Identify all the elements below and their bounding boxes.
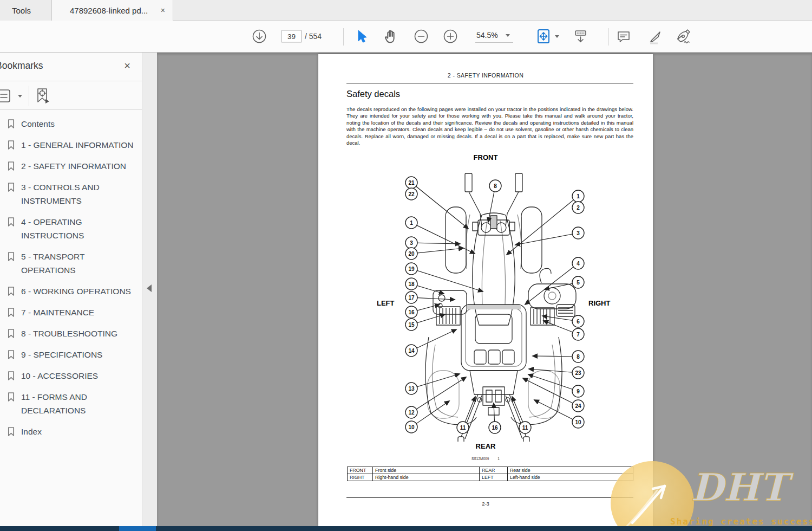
leader-line	[507, 196, 578, 255]
callout-number: 16	[492, 425, 498, 431]
callout-number: 10	[408, 424, 415, 430]
bookmarks-title: Bookmarks	[0, 60, 43, 72]
hand-icon	[383, 28, 400, 44]
taskbar	[0, 526, 812, 531]
zoom-level-dropdown[interactable]: 54.5%	[475, 30, 513, 43]
taskbar-highlight[interactable]	[119, 526, 156, 531]
comment-button[interactable]	[615, 28, 632, 45]
cursor-arrow-icon	[353, 28, 370, 44]
bookmark-item-5[interactable]: 4 - OPERATING INSTRUCTIONS	[0, 211, 142, 246]
callout-number: 8	[494, 183, 497, 189]
bookmark-label: 1 - GENERAL INFORMATION	[21, 138, 136, 152]
bookmark-list: Contents1 - GENERAL INFORMATION2 - SAFET…	[0, 113, 142, 442]
callout-number: 16	[408, 309, 415, 315]
plus-circle-icon	[442, 28, 459, 44]
page-number-input[interactable]: 39	[281, 30, 302, 43]
footer-rule	[346, 497, 633, 498]
callout-number: 6	[577, 319, 580, 325]
hand-tool-button[interactable]	[383, 28, 400, 44]
callout-number: 14	[408, 348, 415, 354]
section-title: Safety decals	[346, 89, 400, 99]
fit-page-button[interactable]	[535, 28, 559, 45]
bookmark-label: 5 - TRANSPORT OPERATIONS	[21, 250, 136, 277]
right-side-label: RIGHT	[588, 299, 611, 307]
bookmark-label: 10 - ACCESSORIES	[21, 369, 136, 383]
table-cell: FRONT	[348, 467, 373, 474]
table-cell: Front side	[373, 467, 480, 474]
scroll-mode-button[interactable]	[571, 27, 590, 46]
locate-bookmark-icon[interactable]	[32, 86, 52, 106]
bookmark-label: 7 - MAINTENANCE	[21, 306, 136, 319]
bookmark-item-13[interactable]: Index	[0, 421, 142, 442]
tractor-artwork	[425, 173, 576, 442]
callout-number: 3	[577, 230, 580, 236]
leader-line	[534, 400, 578, 422]
bookmarks-header: Bookmarks ×	[0, 53, 142, 81]
callout-number: 9	[577, 388, 580, 394]
document-canvas[interactable]: 2 - SAFETY INFORMATION Safety decals The…	[157, 53, 812, 526]
download-button[interactable]	[251, 28, 267, 44]
bookmark-item-4[interactable]: 3 - CONTROLS AND INSTRUMENTS	[0, 177, 142, 211]
select-tool-button[interactable]	[353, 28, 370, 44]
callout-number: 13	[408, 386, 415, 392]
bookmark-item-9[interactable]: 8 - TROUBLESHOOTING	[0, 323, 142, 344]
tab-tools-label: Tools	[12, 6, 31, 15]
callout-number: 19	[408, 266, 415, 272]
running-header: 2 - SAFETY INFORMATION	[318, 72, 653, 79]
bookmark-label: 2 - SAFETY INFORMATION	[21, 159, 136, 173]
bookmark-item-1[interactable]: Contents	[0, 113, 142, 134]
bookmark-label: Index	[21, 425, 136, 438]
bookmark-item-6[interactable]: 5 - TRANSPORT OPERATIONS	[0, 246, 142, 281]
minus-circle-icon	[413, 28, 429, 44]
bookmark-options-icon[interactable]	[0, 88, 15, 104]
chevron-down-icon	[506, 34, 510, 37]
callout-number: 11	[522, 425, 528, 431]
table-cell: REAR	[480, 467, 508, 474]
table-cell: RIGHT	[348, 474, 373, 481]
bookmark-item-12[interactable]: 11 - FORMS AND DECLARATIONS	[0, 386, 142, 421]
table-row: RIGHTRight-hand sideLEFTLeft-hand side	[348, 474, 633, 481]
bookmark-icon	[7, 182, 15, 192]
table-row: FRONTFront sideREARRear side	[348, 467, 633, 474]
leader-line	[411, 248, 463, 254]
callout-number: 2	[577, 205, 580, 211]
tractor-top-view-diagram: 2122812132031941851716156714823139241210…	[346, 163, 639, 442]
leader-line	[411, 223, 475, 254]
bookmark-item-7[interactable]: 6 - WORKING OPERATIONS	[0, 281, 142, 302]
page-footer-number: 2-3	[318, 501, 653, 507]
tab-close-icon[interactable]: ×	[161, 5, 165, 15]
zoom-out-button[interactable]	[413, 28, 429, 44]
leader-line	[411, 183, 468, 229]
zoom-level-value: 54.5%	[476, 31, 498, 40]
bookmark-item-2[interactable]: 1 - GENERAL INFORMATION	[0, 134, 142, 156]
pdf-page: 2 - SAFETY INFORMATION Safety decals The…	[318, 54, 653, 526]
bookmark-item-8[interactable]: 7 - MAINTENANCE	[0, 302, 142, 323]
toolbar: 39 / 554 54.5%	[0, 21, 812, 53]
collapse-panel-icon[interactable]	[147, 284, 152, 292]
bookmark-label: 4 - OPERATING INSTRUCTIONS	[21, 215, 136, 242]
bookmark-icon	[7, 286, 15, 296]
bookmark-item-10[interactable]: 9 - SPECIFICATIONS	[0, 344, 142, 365]
bookmark-item-11[interactable]: 10 - ACCESSORIES	[0, 365, 142, 386]
fill-sign-button[interactable]	[675, 27, 693, 46]
bookmark-icon	[7, 119, 15, 129]
leader-line	[411, 329, 456, 351]
legend-table: FRONTFront sideREARRear sideRIGHTRight-h…	[347, 467, 633, 481]
tab-document-label: 47892608-linked pd...	[70, 6, 148, 15]
callout-number: 18	[408, 281, 415, 287]
bookmark-label: 8 - TROUBLESHOOTING	[21, 327, 136, 340]
tab-tools[interactable]: Tools	[0, 0, 51, 21]
bookmark-item-3[interactable]: 2 - SAFETY INFORMATION	[0, 156, 142, 177]
zoom-in-button[interactable]	[442, 28, 459, 44]
bookmark-label: Contents	[21, 117, 136, 131]
tab-document[interactable]: 47892608-linked pd... ×	[51, 0, 173, 21]
panel-splitter[interactable]	[142, 53, 157, 526]
chevron-down-icon[interactable]	[18, 95, 22, 98]
panel-close-icon[interactable]: ×	[124, 60, 130, 72]
table-cell: Right-hand side	[373, 474, 480, 481]
callout-number: 7	[577, 332, 580, 338]
bookmarks-toolbar	[0, 81, 142, 110]
main-area: Bookmarks × Contents1 - GENERAL INFORMAT…	[0, 53, 812, 526]
left-side-label: LEFT	[377, 299, 395, 307]
highlight-button[interactable]	[646, 28, 663, 45]
